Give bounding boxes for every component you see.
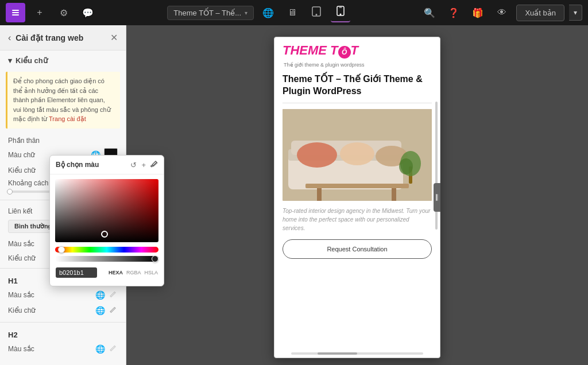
h1-mau-sac-pencil-button[interactable]: [109, 290, 118, 301]
alpha-thumb[interactable]: [152, 255, 158, 262]
color-picker-add-button[interactable]: +: [141, 160, 146, 169]
svg-point-6: [340, 14, 341, 15]
search-icon: 🔍: [424, 7, 435, 18]
canvas-wrapper: THEME TÔT Thế giới theme & plugin wordpr…: [274, 37, 440, 358]
svg-point-17: [297, 142, 337, 168]
chat-button[interactable]: 💬: [78, 3, 98, 22]
site-heading: Theme TỐT – Thế Giới Theme &Plugin WordP…: [283, 73, 432, 98]
section-kieu-chu[interactable]: ▾ Kiểu chữ: [0, 51, 126, 68]
h2-mau-sac-globe-button[interactable]: 🌐: [95, 344, 105, 354]
site-divider: [283, 103, 432, 103]
rgba-mode[interactable]: RGBA: [126, 270, 141, 275]
hsla-mode[interactable]: HSLA: [144, 270, 158, 275]
svg-rect-20: [305, 184, 409, 188]
divider-3: [0, 322, 126, 323]
hex-row: HEXA RGBA HSLA: [50, 265, 164, 280]
panel-close-button[interactable]: ✕: [110, 32, 118, 43]
panel-back-button[interactable]: ‹: [8, 33, 11, 43]
help-button[interactable]: ❓: [444, 3, 463, 22]
topbar-left: + ⚙ 💬: [6, 3, 98, 22]
gift-icon: 🎁: [472, 7, 483, 18]
section-arrow-icon: ▾: [8, 56, 12, 65]
color-gradient-thumb[interactable]: [101, 231, 108, 238]
desktop-view-button[interactable]: 🖥: [283, 3, 302, 22]
search-button[interactable]: 🔍: [420, 3, 439, 22]
phone-scroll-thumb[interactable]: [318, 352, 357, 355]
hex-input[interactable]: [56, 267, 97, 278]
h1-kieu-chu-pencil-button[interactable]: [109, 305, 118, 316]
svg-rect-21: [317, 188, 322, 201]
title-tab[interactable]: Theme TỐT – Thế... ▾: [167, 6, 254, 20]
logo-circle: Ô: [338, 46, 351, 59]
page-title: Theme TỐT – Thế...: [173, 9, 241, 17]
hexa-mode[interactable]: HEXA: [109, 270, 123, 275]
slider-thumb[interactable]: [7, 189, 13, 195]
svg-rect-27: [437, 194, 438, 201]
panel-title: Cài đặt trang web: [16, 33, 83, 42]
h2-mau-sac-row: Màu sắc 🌐: [0, 341, 126, 357]
h2-label: H2: [0, 326, 126, 341]
svg-point-4: [316, 14, 317, 15]
desktop-icon: 🖥: [288, 7, 297, 18]
hue-thumb[interactable]: [58, 246, 65, 253]
h2-mau-sac-pencil-button[interactable]: [109, 344, 118, 355]
color-mode-labels: HEXA RGBA HSLA: [109, 270, 158, 275]
canvas-resize-right[interactable]: [434, 183, 440, 212]
h2-mau-sac-label: Màu sắc: [8, 345, 92, 353]
phone-scroll-bottom: [291, 352, 423, 355]
svg-rect-1: [12, 12, 19, 13]
topbar-center: Theme TỐT – Thế... ▾ 🌐 🖥: [167, 3, 350, 22]
h1-mau-sac-label: Màu sắc: [8, 291, 92, 299]
site-image-inner: [283, 109, 432, 201]
color-gradient-box[interactable]: [55, 179, 158, 242]
gift-button[interactable]: 🎁: [468, 3, 488, 22]
cta-button[interactable]: Request Consultation: [283, 239, 432, 259]
tablet-icon: [311, 6, 322, 19]
hamburger-button[interactable]: [6, 3, 25, 22]
color-picker-title: Bộ chọn màu: [56, 161, 99, 169]
info-box: Để cho phong cách giao diện có thể ảnh h…: [6, 72, 120, 129]
globe-icon: 🌐: [262, 7, 274, 18]
h1-mau-sac-globe-button[interactable]: 🌐: [95, 290, 105, 300]
site-settings-button[interactable]: 🌐: [258, 3, 278, 22]
canvas-area: THEME TÔT Thế giới theme & plugin wordpr…: [126, 25, 588, 365]
settings-icon: ⚙: [60, 7, 68, 18]
alpha-slider[interactable]: [55, 256, 158, 262]
logo-text: THEME TÔT: [283, 43, 358, 59]
color-picker-reset-button[interactable]: ↺: [130, 160, 137, 169]
h1-kieu-chu-label: Kiểu chữ: [8, 306, 92, 314]
chat-icon: 💬: [82, 7, 94, 18]
info-link[interactable]: Trang cài đặt: [49, 115, 86, 122]
main-area: ‹ Cài đặt trang web ✕ ▾ Kiểu chữ Để cho …: [0, 25, 588, 365]
publish-dropdown-button[interactable]: ▾: [569, 5, 582, 21]
svg-point-25: [399, 158, 413, 174]
h1-mau-sac-row: Màu sắc 🌐: [0, 288, 126, 303]
publish-button[interactable]: Xuất bản: [516, 5, 564, 21]
topbar: + ⚙ 💬 Theme TỐT – Thế... ▾ 🌐 🖥: [0, 0, 588, 25]
add-element-button[interactable]: +: [30, 3, 49, 22]
site-desc: Top-rated interior design agency in the …: [283, 207, 432, 232]
svg-rect-2: [12, 14, 19, 15]
settings-button[interactable]: ⚙: [54, 3, 74, 22]
plus-icon: +: [37, 7, 42, 18]
topbar-right: 🔍 ❓ 🎁 👁 Xuất bản ▾: [420, 3, 582, 22]
chevron-down-icon: ▾: [245, 10, 247, 16]
mobile-view-button[interactable]: [331, 3, 350, 22]
site-logo: THEME TÔT: [283, 43, 432, 59]
hue-slider[interactable]: [55, 247, 158, 253]
tablet-view-button[interactable]: [307, 3, 326, 22]
svg-point-10: [151, 165, 152, 166]
site-tagline: Thế giới theme & plugin wordpress: [284, 62, 432, 68]
color-picker-eyedropper-button[interactable]: [150, 160, 158, 169]
color-picker-actions: ↺ +: [130, 160, 158, 169]
phone-content: THEME TÔT Thế giới theme & plugin wordpr…: [274, 37, 440, 358]
eye-icon: 👁: [497, 7, 506, 18]
logo-t-text: T: [351, 43, 358, 57]
help-icon: ❓: [448, 7, 459, 18]
h1-kieu-chu-globe-button[interactable]: 🌐: [95, 306, 105, 315]
color-picker-popup: Bộ chọn màu ↺ +: [49, 155, 164, 286]
mobile-icon: [336, 6, 345, 18]
svg-rect-0: [12, 10, 19, 11]
preview-button[interactable]: 👁: [492, 3, 512, 22]
h1-kieu-chu-row: Kiểu chữ 🌐: [0, 303, 126, 319]
